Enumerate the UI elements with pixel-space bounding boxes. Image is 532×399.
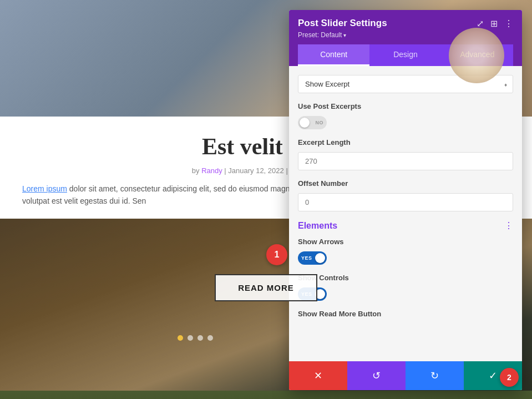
use-post-excerpts-row: Use Post Excerpts NO [298,102,513,129]
slider-dots [178,335,213,341]
show-arrows-toggle[interactable]: YES [298,251,327,265]
more-icon[interactable]: ⋮ [504,18,513,29]
badge-2: 2 [500,368,519,387]
excerpt-length-label: Excerpt Length [298,138,513,147]
offset-number-row: Offset Number [298,179,513,211]
show-arrows-thumb [315,253,325,263]
panel-title: Post Slider Settings [298,18,387,29]
use-post-excerpts-label: Use Post Excerpts [298,102,513,110]
show-arrows-row: Show Arrows YES [298,238,513,265]
toggle-no-label: NO [316,120,324,125]
undo-button[interactable]: ↺ [347,361,406,390]
show-read-more-label: Show Read More Button [298,310,513,318]
show-controls-toggle-row: YES [298,287,513,301]
dot-3[interactable] [197,335,203,341]
offset-number-label: Offset Number [298,179,513,188]
panel-header-icons: ⤢ ⊞ ⋮ [477,18,513,29]
undo-icon: ↺ [372,370,381,382]
redo-button[interactable]: ↻ [406,361,464,390]
elements-section-title: Elements [298,221,337,231]
toggle-thumb [300,118,310,128]
fullscreen-icon[interactable]: ⤢ [477,18,484,29]
use-post-excerpts-toggle-row: NO [298,116,513,129]
panel-footer: ✕ ↺ ↻ ✓ 2 [289,361,522,390]
offset-number-input[interactable] [298,193,513,211]
read-more-button[interactable]: Read More [215,274,317,301]
save-button[interactable]: ✓ 2 [464,361,522,390]
show-arrows-toggle-row: YES [298,251,513,265]
show-read-more-row: Show Read More Button [298,310,513,318]
save-icon: ✓ [489,370,497,382]
preview-bottom-image [0,391,532,399]
dot-4[interactable] [207,335,213,341]
cancel-button[interactable]: ✕ [289,361,347,390]
use-post-excerpts-toggle[interactable]: NO [298,116,327,129]
panel-body: Show Excerpt Hide Excerpt ⬧ Use Post Exc… [289,66,522,361]
show-arrows-toggle-label: YES [301,255,312,261]
dot-2[interactable] [188,335,193,341]
excerpt-length-input[interactable] [298,152,513,170]
badge-1: 1 [266,244,287,265]
show-controls-label: Show Controls [298,274,513,282]
elements-section-header: Elements ⋮ [298,220,513,231]
show-arrows-label: Show Arrows [298,238,513,246]
cancel-icon: ✕ [314,370,322,382]
elements-menu-icon[interactable]: ⋮ [504,220,513,231]
redo-icon: ↻ [430,370,439,382]
tab-content[interactable]: Content [298,44,369,66]
show-controls-row: Show Controls YES [298,274,513,301]
tab-design[interactable]: Design [369,44,441,66]
excerpt-length-row: Excerpt Length [298,138,513,170]
dot-1[interactable] [178,335,183,341]
grid-icon[interactable]: ⊞ [490,18,498,29]
panel-header-top: Post Slider Settings ⤢ ⊞ ⋮ [298,18,513,29]
